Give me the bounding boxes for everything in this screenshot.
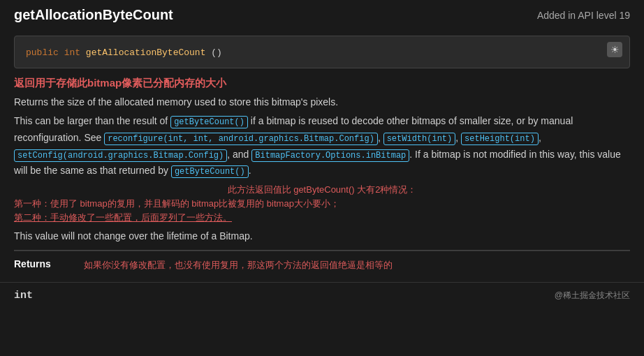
theme-toggle-button[interactable]: ☀ <box>607 42 622 57</box>
description-1: Returns the size of the allocated memory… <box>14 94 630 110</box>
value-note: This value will not change over the life… <box>14 228 630 244</box>
page-title: getAllocationByteCount <box>14 7 173 23</box>
function-name: getAllocationByteCount <box>86 47 206 58</box>
returns-table: Returns 如果你没有修改配置，也没有使用复用，那这两个方法的返回值绝逼是相… <box>14 250 630 279</box>
code-block: public int getAllocationByteCount () ☀ <box>14 36 630 68</box>
link-setheight[interactable]: setHeight(int) <box>461 133 539 145</box>
keyword-public: public <box>26 47 59 58</box>
header: getAllocationByteCount Added in API leve… <box>0 0 644 30</box>
code-text: public int getAllocationByteCount () <box>26 47 222 58</box>
annotation-3: 第二种：手动修改了一些配置，后面罗列了一些方法。 <box>14 212 630 224</box>
returns-row: Returns 如果你没有修改配置，也没有使用复用，那这两个方法的返回值绝逼是相… <box>14 251 630 279</box>
annotation-1: 此方法返回值比 getByteCount() 大有2种情况： <box>14 184 630 196</box>
link-setconfig[interactable]: setConfig(android.graphics.Bitmap.Config… <box>14 149 227 162</box>
return-type: int <box>14 290 33 302</box>
chinese-heading: 返回用于存储此bitmap像素已分配内存的大小 <box>14 77 630 90</box>
keyword-int: int <box>64 47 80 58</box>
annotation-2: 第一种：使用了 bitmap的复用，并且解码的 bitmap比被复用的 bitm… <box>14 198 630 210</box>
theme-icon: ☀ <box>610 44 620 55</box>
link-bitmapfactory[interactable]: BitmapFactory.Options.inBitmap <box>251 149 409 162</box>
page-wrapper: getAllocationByteCount Added in API leve… <box>0 0 644 309</box>
returns-value: 如果你没有修改配置，也没有使用复用，那这两个方法的返回值绝逼是相等的 <box>84 251 393 279</box>
footer: int @稀土掘金技术社区 <box>0 282 644 309</box>
content-area: 返回用于存储此bitmap像素已分配内存的大小 Returns the size… <box>0 77 644 279</box>
link-reconfigure[interactable]: reconfigure(int, int, android.graphics.B… <box>104 133 378 145</box>
brand-label: @稀土掘金技术社区 <box>555 290 630 302</box>
function-params: () <box>211 47 222 58</box>
link-getbytecount2[interactable]: getByteCount() <box>171 165 249 178</box>
description-2: This can be larger than the result of ge… <box>14 113 630 179</box>
annotations-block: 此方法返回值比 getByteCount() 大有2种情况： 第一种：使用了 b… <box>14 184 630 224</box>
link-setwidth[interactable]: setWidth(int) <box>383 133 456 145</box>
api-level: Added in API level 19 <box>537 10 630 21</box>
returns-label: Returns <box>14 251 84 279</box>
link-getbytecount[interactable]: getByteCount() <box>170 116 248 128</box>
